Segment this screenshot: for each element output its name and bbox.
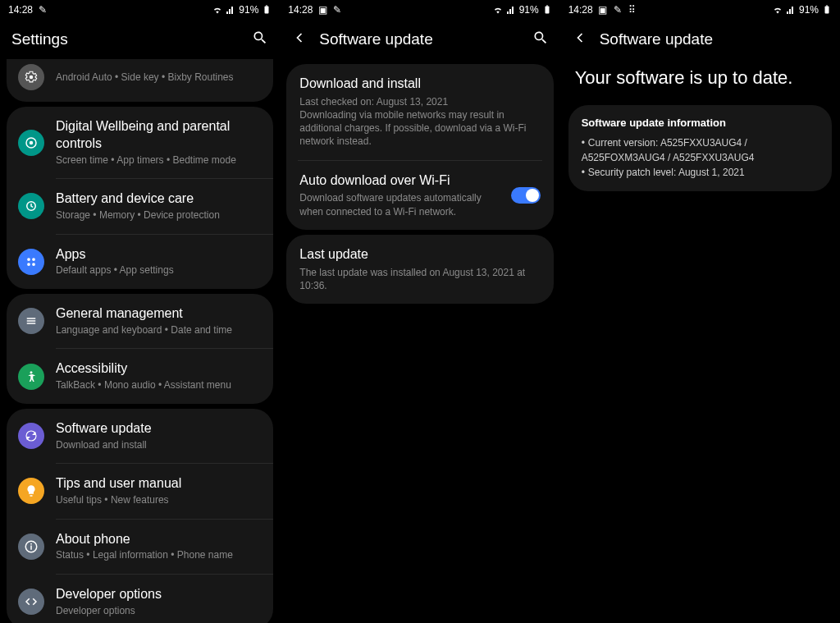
notif-icon: ✎: [332, 5, 342, 15]
item-sub: Language and keyboard • Date and time: [56, 324, 262, 337]
svg-point-8: [27, 263, 30, 266]
item-title: General management: [56, 305, 262, 323]
item-sub: Screen time • App timers • Bedtime mode: [56, 154, 262, 167]
settings-item-apps[interactable]: Apps Default apps • App settings: [7, 235, 273, 289]
auto-download-item[interactable]: Auto download over Wi-Fi Download softwa…: [286, 161, 553, 230]
svg-rect-1: [266, 6, 267, 7]
wifi-icon: [773, 5, 783, 15]
wellbeing-icon: [18, 130, 44, 156]
setting-title: Download and install: [299, 76, 540, 93]
update-header: Software update: [560, 20, 840, 59]
svg-rect-0: [265, 7, 269, 14]
settings-item-update[interactable]: Software update Download and install: [7, 409, 273, 463]
page-title: Settings: [11, 30, 240, 48]
signal-icon: [506, 5, 516, 15]
svg-rect-18: [545, 7, 549, 14]
item-title: Digital Wellbeing and parental controls: [56, 118, 262, 153]
wifi-icon: [212, 5, 222, 15]
about-icon: [18, 534, 44, 560]
signal-icon: [786, 5, 796, 15]
download-install-item[interactable]: Download and install Last checked on: Au…: [286, 64, 553, 160]
update-status-panel: 14:28 ▣ ✎ ⠿ 91% Software update Your sof…: [560, 0, 840, 623]
settings-item-general[interactable]: General management Language and keyboard…: [7, 294, 273, 348]
apps-icon: [18, 249, 44, 275]
status-bar: 14:28 ✎ 91%: [0, 0, 280, 20]
status-bar: 14:28 ▣ ✎ ⠿ 91%: [560, 0, 840, 20]
item-sub: Status • Legal information • Phone name: [56, 549, 262, 562]
item-title: Accessibility: [56, 360, 262, 378]
settings-item-tips[interactable]: Tips and user manual Useful tips • New f…: [7, 464, 273, 518]
svg-rect-21: [826, 6, 828, 7]
item-sub: Default apps • App settings: [56, 264, 262, 277]
settings-item-developer[interactable]: Developer options Developer options: [7, 575, 273, 623]
signal-icon: [226, 5, 235, 15]
widgets-icon: ⠿: [628, 5, 637, 15]
svg-point-4: [30, 140, 34, 144]
search-icon[interactable]: [532, 30, 549, 49]
svg-rect-19: [546, 6, 548, 7]
setting-title: Last update: [299, 246, 540, 263]
page-title: Software update: [600, 30, 829, 48]
notif-icon: ✎: [38, 5, 48, 15]
svg-point-2: [30, 76, 34, 80]
back-icon[interactable]: [572, 30, 588, 49]
settings-group-system: Software update Download and install Tip…: [7, 409, 273, 623]
last-update-item[interactable]: Last update The last update was installe…: [286, 235, 553, 304]
item-title: Apps: [56, 246, 262, 263]
item-sub: Storage • Memory • Device protection: [56, 209, 262, 222]
svg-rect-12: [27, 323, 36, 324]
svg-rect-10: [27, 318, 36, 319]
svg-point-9: [32, 263, 35, 266]
svg-point-14: [26, 431, 36, 441]
settings-item-battery[interactable]: Battery and device care Storage • Memory…: [7, 179, 273, 233]
update-header: Software update: [280, 20, 559, 59]
setting-sub: The last update was installed on August …: [299, 266, 540, 292]
update-options-card: Download and install Last checked on: Au…: [286, 64, 553, 230]
clock: 14:28: [8, 4, 33, 16]
battery-icon: [822, 5, 832, 15]
battery-care-icon: [18, 193, 44, 219]
svg-point-13: [30, 371, 33, 373]
info-line: •Current version: A525FXXU3AUG4 / A525FO…: [582, 135, 819, 165]
svg-rect-11: [27, 320, 36, 322]
battery-icon: [542, 5, 552, 15]
item-title: Tips and user manual: [56, 475, 262, 492]
item-sub: Developer options: [56, 605, 262, 618]
item-sub: Useful tips • New features: [56, 494, 262, 507]
settings-group-advanced: Android Auto • Side key • Bixby Routines: [7, 59, 273, 102]
svg-rect-20: [824, 7, 829, 14]
svg-point-7: [32, 258, 35, 261]
clock: 14:28: [288, 4, 313, 16]
settings-group-general: General management Language and keyboard…: [7, 294, 273, 404]
search-icon[interactable]: [252, 30, 268, 49]
settings-item-accessibility[interactable]: Accessibility TalkBack • Mono audio • As…: [7, 349, 273, 403]
settings-group-device: Digital Wellbeing and parental controls …: [7, 107, 273, 289]
accessibility-icon: [18, 364, 44, 390]
last-update-card: Last update The last update was installe…: [286, 235, 553, 304]
info-heading: Software update information: [582, 117, 819, 129]
setting-sub: Download software updates automatically …: [299, 191, 500, 218]
item-title: About phone: [56, 531, 262, 548]
setting-title: Auto download over Wi-Fi: [299, 172, 500, 190]
battery-text: 91%: [519, 4, 539, 16]
status-heading: Your software is up to date.: [560, 59, 840, 100]
settings-header: Settings: [0, 20, 280, 59]
settings-item-advanced[interactable]: Android Auto • Side key • Bixby Routines: [7, 59, 273, 102]
settings-item-wellbeing[interactable]: Digital Wellbeing and parental controls …: [7, 107, 273, 178]
svg-point-6: [27, 258, 30, 261]
back-icon[interactable]: [291, 30, 308, 49]
auto-download-toggle[interactable]: [511, 187, 541, 204]
gallery-icon: ▣: [317, 5, 327, 15]
item-title: Battery and device care: [56, 190, 262, 208]
battery-text: 91%: [239, 4, 258, 16]
item-sub: TalkBack • Mono audio • Assistant menu: [56, 379, 262, 392]
update-icon: [18, 423, 44, 449]
settings-item-about[interactable]: About phone Status • Legal information •…: [7, 520, 273, 574]
item-sub: Download and install: [56, 439, 262, 452]
battery-text: 91%: [799, 4, 819, 16]
update-info-card: Software update information •Current ver…: [568, 105, 832, 191]
item-sub: Android Auto • Side key • Bixby Routines: [56, 71, 262, 85]
update-panel: 14:28 ▣ ✎ 91% Software update Download a…: [280, 0, 559, 623]
wifi-icon: [493, 5, 503, 15]
setting-sub: Last checked on: August 13, 2021 Downloa…: [299, 95, 540, 149]
